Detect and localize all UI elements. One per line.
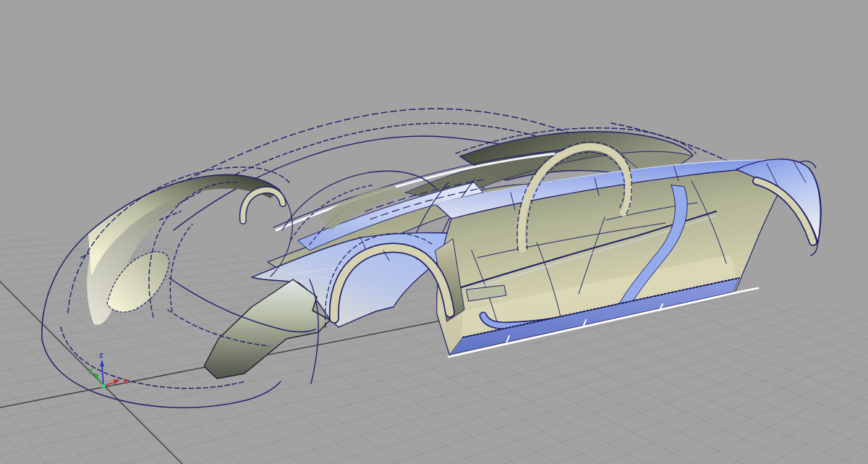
x-axis-label: x [123, 376, 128, 385]
y-axis-label: y [88, 366, 93, 374]
z-axis-label: z [99, 350, 103, 359]
origin-marker [102, 384, 106, 388]
viewport-3d[interactable]: z y x [0, 0, 868, 464]
